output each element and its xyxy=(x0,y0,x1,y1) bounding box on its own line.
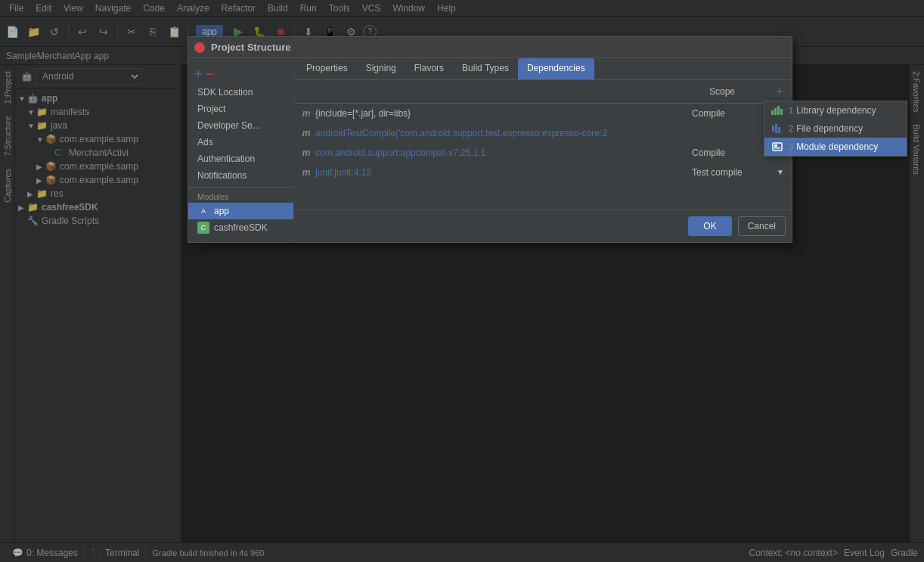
nav-notifications[interactable]: Notifications xyxy=(188,167,293,184)
nav-developer-services[interactable]: Developer Se... xyxy=(188,117,293,134)
module-cashfree-label: cashfreeSDK xyxy=(214,222,268,233)
dropdown-module-dep[interactable]: 3 Module dependency xyxy=(764,138,907,156)
dropdown-library-label: Library dependency xyxy=(796,105,876,116)
dep-row-1: m androidTestCompile('com.android.suppor… xyxy=(294,123,792,143)
dropdown-file-label: File dependency xyxy=(796,123,863,134)
dialog-nav: + − SDK Location Project Developer Se...… xyxy=(188,58,294,242)
dialog-footer: OK Cancel xyxy=(294,210,792,242)
dropdown-num-3: 3 xyxy=(789,142,793,151)
tab-flavors[interactable]: Flavors xyxy=(405,58,453,79)
svg-rect-6 xyxy=(778,127,780,133)
dep-dropdown-btn-3[interactable]: ▼ xyxy=(777,168,784,176)
module-dep-icon xyxy=(771,141,784,152)
svg-rect-9 xyxy=(774,147,780,149)
file-dep-icon xyxy=(771,123,784,134)
dropdown-library-dep[interactable]: 1 Library dependency xyxy=(764,101,907,120)
svg-rect-8 xyxy=(774,144,777,147)
dep-icon-3: m xyxy=(300,166,312,179)
tab-properties[interactable]: Properties xyxy=(297,58,357,79)
dep-name-1[interactable]: androidTestCompile('com.android.support.… xyxy=(312,125,686,141)
module-app-icon: A xyxy=(197,205,209,217)
nav-authentication[interactable]: Authentication xyxy=(188,151,293,167)
dialog-close-btn[interactable] xyxy=(194,42,205,53)
dropdown-module-label: Module dependency xyxy=(796,141,878,152)
nav-project[interactable]: Project xyxy=(188,101,293,117)
dialog-titlebar: Project Structure xyxy=(188,37,792,58)
dialog-content: Properties Signing Flavors Build Types D… xyxy=(294,58,792,242)
dep-scope-0: Compile xyxy=(686,105,777,122)
dialog-title: Project Structure xyxy=(211,42,290,53)
ok-button[interactable]: OK xyxy=(688,216,731,236)
module-app-label: app xyxy=(214,206,229,216)
dependencies-table: Scope + m {include=[*.jar], dir=libs} Co… xyxy=(294,80,792,210)
nav-add-btn[interactable]: + xyxy=(194,67,203,81)
dep-name-2[interactable]: com.android.support:appcompat-v7:25.1.1 xyxy=(312,144,686,161)
tab-signing[interactable]: Signing xyxy=(357,58,405,79)
dep-header-scope: Scope xyxy=(677,83,767,100)
dep-scope-3: Test compile xyxy=(686,164,777,181)
add-dependency-dropdown: 1 Library dependency 2 File dependency xyxy=(764,101,907,157)
tab-dependencies[interactable]: Dependencies xyxy=(518,58,594,79)
nav-add-remove: + − xyxy=(188,64,293,84)
ide-background: File Edit View Navigate Code Analyze Ref… xyxy=(0,0,924,562)
dep-header-dep xyxy=(294,83,677,100)
dropdown-num-2: 2 xyxy=(789,124,793,133)
nav-sdk-location[interactable]: SDK Location xyxy=(188,84,293,101)
dep-scope-1 xyxy=(686,130,777,136)
project-structure-dialog: Project Structure + − SDK Location Proje… xyxy=(188,36,792,243)
dialog-tabs: Properties Signing Flavors Build Types D… xyxy=(294,58,792,80)
tab-build-types[interactable]: Build Types xyxy=(453,58,518,79)
cancel-button[interactable]: Cancel xyxy=(738,216,786,236)
dep-name-0[interactable]: {include=[*.jar], dir=libs} xyxy=(312,105,686,122)
svg-rect-0 xyxy=(771,110,774,115)
dep-name-3[interactable]: junit:junit:4.12 xyxy=(312,164,686,181)
dep-row-0: m {include=[*.jar], dir=libs} Compile ▼ xyxy=(294,104,792,123)
dep-row-3: m junit:junit:4.12 Test compile ▼ xyxy=(294,163,792,182)
dep-dropdown-3: ▼ xyxy=(777,168,792,176)
dialog-body: + − SDK Location Project Developer Se...… xyxy=(188,58,792,242)
svg-rect-3 xyxy=(780,109,783,115)
modules-separator: Modules xyxy=(188,187,293,203)
dep-icon-2: m xyxy=(300,147,312,159)
dep-row-2: m com.android.support:appcompat-v7:25.1.… xyxy=(294,143,792,163)
nav-remove-btn[interactable]: − xyxy=(206,67,214,81)
svg-rect-1 xyxy=(774,108,777,115)
dropdown-num-1: 1 xyxy=(789,106,793,115)
nav-module-cashfree[interactable]: C cashfreeSDK xyxy=(188,219,293,236)
deps-add-btn[interactable]: + xyxy=(776,85,783,98)
dropdown-file-dep[interactable]: 2 File dependency xyxy=(764,120,907,138)
svg-rect-4 xyxy=(772,126,774,132)
dep-icon-1: m xyxy=(300,127,312,139)
dep-icon-0: m xyxy=(300,107,312,120)
svg-rect-5 xyxy=(775,124,777,133)
svg-rect-2 xyxy=(777,106,780,115)
library-dep-icon xyxy=(771,105,784,116)
dep-scope-2: Compile xyxy=(686,144,777,161)
module-cashfree-icon: C xyxy=(197,222,209,234)
nav-ads[interactable]: Ads xyxy=(188,134,293,151)
dep-header-add: + xyxy=(767,83,792,100)
nav-module-app[interactable]: A app xyxy=(188,203,293,219)
deps-table-header: Scope + xyxy=(294,80,792,104)
